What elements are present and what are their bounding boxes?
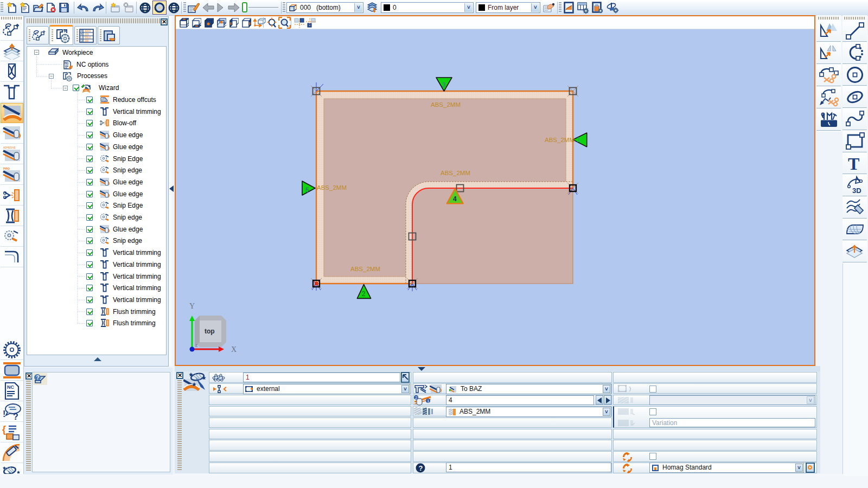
- svg-text:Y: Y: [189, 302, 195, 310]
- svg-text:3D: 3D: [852, 187, 861, 195]
- svg-text:404.5: 404.5: [85, 30, 91, 33]
- svg-text:ABS_2MM: ABS_2MM: [545, 137, 575, 143]
- svg-text:!: !: [3, 409, 5, 419]
- svg-text:ABS_2MM: ABS_2MM: [441, 170, 470, 176]
- svg-text:B: B: [81, 33, 82, 36]
- svg-text:4: 4: [453, 195, 457, 203]
- svg-text:216: 216: [85, 33, 89, 36]
- svg-text:1: 1: [577, 136, 580, 144]
- svg-text:X: X: [231, 345, 237, 354]
- svg-text:ABS_2MM: ABS_2MM: [350, 266, 380, 272]
- svg-text:500.0: 500.0: [85, 36, 91, 39]
- svg-text:ADHESIVE: ADHESIVE: [3, 146, 16, 149]
- svg-text:5: 5: [305, 187, 309, 194]
- svg-text:ABS_2MM: ABS_2MM: [317, 184, 347, 191]
- svg-text:z: z: [195, 342, 198, 348]
- svg-text:290: 290: [85, 40, 89, 42]
- svg-text:?: ?: [36, 375, 40, 381]
- svg-text:NC: NC: [7, 384, 14, 390]
- svg-text:ABS_2MM: ABS_2MM: [431, 101, 461, 108]
- svg-text:1: 1: [427, 399, 430, 403]
- svg-text:PRO: PRO: [3, 167, 10, 170]
- svg-text:3: 3: [442, 81, 446, 89]
- svg-text:?: ?: [13, 412, 18, 421]
- svg-text:{: {: [2, 424, 6, 435]
- svg-text:2: 2: [362, 290, 366, 298]
- svg-text:top: top: [205, 328, 215, 335]
- svg-text:?: ?: [419, 464, 423, 472]
- svg-text:T: T: [848, 154, 859, 173]
- svg-text:2: 2: [415, 395, 418, 400]
